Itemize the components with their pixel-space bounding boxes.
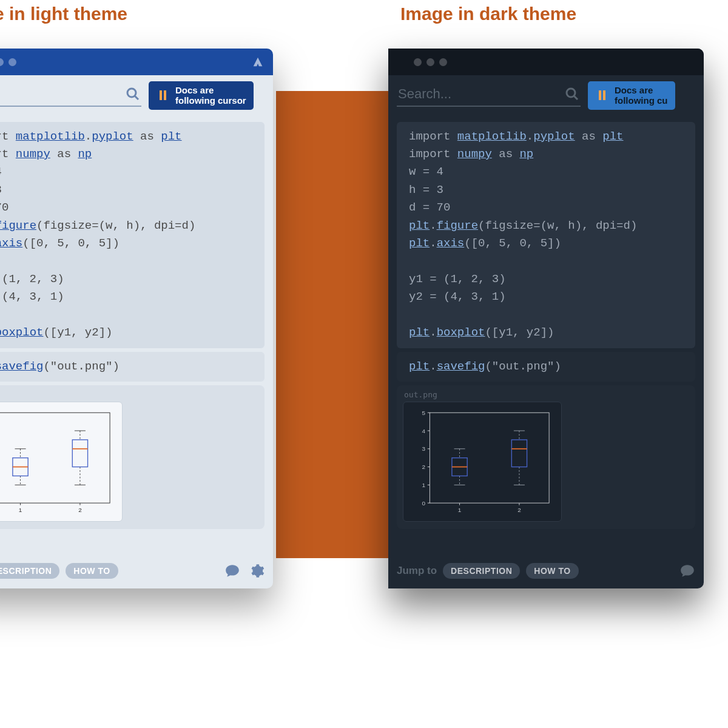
traffic-dot[interactable]	[8, 58, 16, 66]
titlebar	[0, 49, 273, 75]
docs-follow-label: Docs arefollowing cursor	[175, 85, 246, 106]
code-block-main[interactable]: import matplotlib.pyplot as plt import n…	[0, 122, 265, 348]
search-field[interactable]	[397, 84, 581, 107]
code-area: import matplotlib.pyplot as plt import n…	[0, 116, 273, 541]
svg-text:0: 0	[422, 500, 426, 507]
titlebar	[388, 49, 704, 75]
svg-rect-27	[72, 440, 87, 467]
code-block-main[interactable]: import matplotlib.pyplot as plt import n…	[397, 122, 695, 348]
heading-dark-theme: Image in dark theme	[400, 4, 576, 24]
pill-howto[interactable]: HOW TO	[66, 563, 118, 579]
search-input[interactable]	[0, 86, 126, 102]
comment-icon[interactable]	[679, 563, 695, 579]
svg-text:1: 1	[19, 507, 22, 513]
svg-text:1: 1	[458, 507, 462, 513]
pause-icon	[595, 89, 608, 102]
svg-text:2: 2	[422, 463, 426, 470]
traffic-dot[interactable]	[414, 58, 422, 66]
gear-icon[interactable]	[249, 563, 265, 579]
svg-text:4: 4	[422, 428, 426, 434]
heading-light-theme: age in light theme	[0, 4, 127, 24]
svg-line-32	[574, 96, 578, 99]
traffic-dot[interactable]	[439, 58, 447, 66]
docs-follow-button[interactable]: Docs arefollowing cursor	[149, 81, 254, 110]
output-filename: out.png	[0, 390, 258, 399]
code-area: import matplotlib.pyplot as plt import n…	[388, 116, 704, 541]
search-icon[interactable]	[565, 87, 579, 101]
svg-rect-33	[430, 413, 549, 503]
traffic-dot[interactable]	[426, 58, 434, 66]
comment-icon[interactable]	[224, 563, 240, 579]
search-field[interactable]	[0, 84, 141, 107]
svg-point-0	[127, 89, 136, 97]
footer: Jump to DESCRIPTION HOW TO	[388, 557, 704, 588]
pill-description[interactable]: DESCRIPTION	[0, 563, 59, 579]
window-controls[interactable]	[0, 58, 16, 66]
svg-line-1	[135, 96, 138, 99]
window-controls[interactable]	[414, 58, 447, 66]
docs-follow-button[interactable]: Docs arefollowing cu	[588, 81, 675, 110]
code-block-save[interactable]: plt.savefig("out.png")	[397, 352, 695, 382]
traffic-dot[interactable]	[0, 58, 4, 66]
search-input[interactable]	[398, 86, 565, 102]
toolbar: Docs arefollowing cursor	[0, 75, 273, 116]
svg-rect-58	[511, 440, 527, 467]
output-panel: out.png 01234512	[0, 385, 265, 529]
panel-dark: Docs arefollowing cu import matplotlib.p…	[388, 49, 704, 588]
output-image[interactable]: 01234512	[0, 402, 123, 522]
app-logo-icon	[251, 55, 265, 69]
code-block-save[interactable]: plt.savefig("out.png")	[0, 352, 265, 382]
divider-bar	[276, 91, 391, 558]
svg-text:1: 1	[422, 482, 426, 488]
pill-howto[interactable]: HOW TO	[526, 563, 578, 579]
jump-to-label: Jump to	[397, 565, 437, 577]
svg-point-31	[567, 89, 575, 97]
footer: p to DESCRIPTION HOW TO	[0, 557, 273, 588]
svg-text:3: 3	[422, 446, 426, 453]
pause-icon	[156, 89, 169, 102]
output-image[interactable]: 01234512	[403, 402, 562, 522]
svg-text:5: 5	[422, 410, 426, 416]
pill-description[interactable]: DESCRIPTION	[443, 563, 520, 579]
toolbar: Docs arefollowing cu	[388, 75, 704, 116]
output-panel: out.png 01234512	[397, 385, 695, 529]
output-filename: out.png	[404, 390, 689, 399]
svg-text:2: 2	[517, 507, 521, 513]
search-icon[interactable]	[126, 87, 140, 101]
docs-follow-label: Docs arefollowing cu	[615, 85, 668, 106]
svg-text:2: 2	[78, 507, 82, 513]
panel-light: Docs arefollowing cursor import matplotl…	[0, 49, 273, 588]
